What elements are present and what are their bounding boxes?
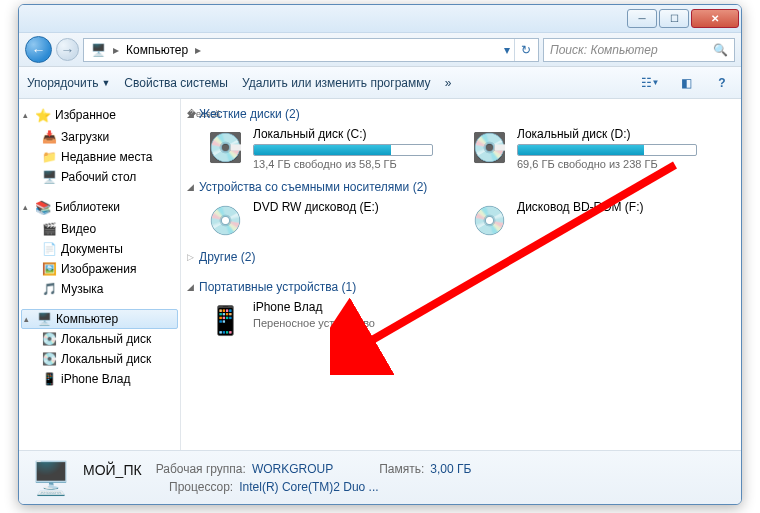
chevron-right-icon: ▸ [192,43,204,57]
close-button[interactable]: ✕ [691,9,739,28]
minimize-button[interactable]: ─ [627,9,657,28]
computer-icon: 🖥️ [90,42,106,58]
toolbar-overflow-button[interactable]: » [445,76,452,90]
back-button[interactable]: ← [25,36,52,63]
search-input[interactable]: Поиск: Компьютер 🔍 [543,38,735,62]
collapse-icon: ◢ [187,282,199,292]
sidebar-item-downloads[interactable]: 📥Загрузки [21,127,178,147]
details-pane: 🖥️ МОЙ_ПК Рабочая группа: WORKGROUP Памя… [19,450,741,504]
category-removable[interactable]: ◢ Устройства со съемными носителями (2) [187,178,739,200]
chevron-right-icon: ▸ [110,43,122,57]
collapse-icon: ▴ [23,110,35,120]
command-bar: Упорядочить ▼ Свойства системы Удалить и… [19,67,741,99]
expand-icon: ▷ [187,252,199,262]
sidebar-group-favorites[interactable]: ▴ ⭐ Избранное [21,105,178,127]
address-bar: ← → 🖥️ ▸ Компьютер ▸ ▾ ↻ Поиск: Компьюте… [19,33,741,67]
category-other[interactable]: ▷ Другие (2) [187,248,739,270]
search-placeholder: Поиск: Компьютер [550,43,658,57]
desktop-icon: 🖥️ [41,169,57,185]
usage-bar [253,144,433,156]
hdd-icon: 💽 [469,127,509,167]
computer-name: МОЙ_ПК [83,462,142,478]
usage-bar [517,144,697,156]
sidebar-item-videos[interactable]: 🎬Видео [21,219,178,239]
breadcrumb[interactable]: 🖥️ ▸ Компьютер ▸ ▾ ↻ [83,38,539,62]
breadcrumb-segment[interactable]: Компьютер [122,43,192,57]
help-button[interactable]: ? [711,72,733,94]
navigation-pane: ▴ ⭐ Избранное 📥Загрузки 📁Недавние места … [19,99,181,450]
document-icon: 📄 [41,241,57,257]
content-pane: �ească ◢ Жесткие диски (2) 💽 Локальный д… [181,99,741,450]
sidebar-group-libraries[interactable]: ▴ 📚 Библиотеки [21,197,178,219]
drive-dvd[interactable]: 💿 DVD RW дисковод (E:) [205,200,453,240]
maximize-button[interactable]: ☐ [659,9,689,28]
computer-icon: 🖥️ [29,456,73,500]
disc-icon: 💿 [469,200,509,240]
chevron-down-icon: ▼ [101,78,110,88]
sidebar-group-computer[interactable]: ▴ 🖥️ Компьютер [21,309,178,329]
phone-icon: 📱 [41,371,57,387]
category-hard-drives[interactable]: �ească ◢ Жесткие диски (2) [187,105,739,127]
sidebar-item-local-disk-d[interactable]: 💽Локальный диск [21,349,178,369]
downloads-icon: 📥 [41,129,57,145]
search-icon: 🔍 [713,43,728,57]
drive-icon: 💽 [41,331,57,347]
sidebar-item-music[interactable]: 🎵Музыка [21,279,178,299]
drive-icon: 💽 [41,351,57,367]
sidebar-item-desktop[interactable]: 🖥️Рабочий стол [21,167,178,187]
sidebar-item-documents[interactable]: 📄Документы [21,239,178,259]
recent-icon: 📁 [41,149,57,165]
drive-bd[interactable]: 💿 Дисковод BD-ROM (F:) [469,200,717,240]
history-dropdown-icon[interactable]: ▾ [500,43,514,57]
titlebar: ─ ☐ ✕ [19,5,741,33]
collapse-icon: ◢ [187,109,199,119]
computer-icon: 🖥️ [36,311,52,327]
forward-button[interactable]: → [56,38,79,61]
collapse-icon: ▴ [24,314,36,324]
view-options-button[interactable]: ☷ ▼ [639,72,661,94]
sidebar-item-pictures[interactable]: 🖼️Изображения [21,259,178,279]
star-icon: ⭐ [35,107,51,123]
uninstall-program-button[interactable]: Удалить или изменить программу [242,76,431,90]
drive-c[interactable]: 💽 Локальный диск (C:) 13,4 ГБ свободно и… [205,127,453,170]
hdd-icon: 💽 [205,127,245,167]
device-iphone[interactable]: 📱 iPhone Влад Переносное устройство [205,300,453,340]
music-icon: 🎵 [41,281,57,297]
sidebar-item-recent[interactable]: 📁Недавние места [21,147,178,167]
refresh-button[interactable]: ↻ [514,39,536,61]
picture-icon: 🖼️ [41,261,57,277]
video-icon: 🎬 [41,221,57,237]
organize-button[interactable]: Упорядочить ▼ [27,76,110,90]
system-properties-button[interactable]: Свойства системы [124,76,228,90]
drive-d[interactable]: 💽 Локальный диск (D:) 69,6 ГБ свободно и… [469,127,717,170]
phone-icon: 📱 [205,300,245,340]
libraries-icon: 📚 [35,199,51,215]
collapse-icon: ▴ [23,202,35,212]
preview-pane-button[interactable]: ◧ [675,72,697,94]
sidebar-item-iphone[interactable]: 📱iPhone Влад [21,369,178,389]
collapse-icon: ◢ [187,182,199,192]
sidebar-item-local-disk-c[interactable]: 💽Локальный диск [21,329,178,349]
dvd-icon: 💿 [205,200,245,240]
explorer-window: ─ ☐ ✕ ← → 🖥️ ▸ Компьютер ▸ ▾ ↻ Поиск: Ко… [18,4,742,505]
category-portable[interactable]: ◢ Портативные устройства (1) [187,278,739,300]
